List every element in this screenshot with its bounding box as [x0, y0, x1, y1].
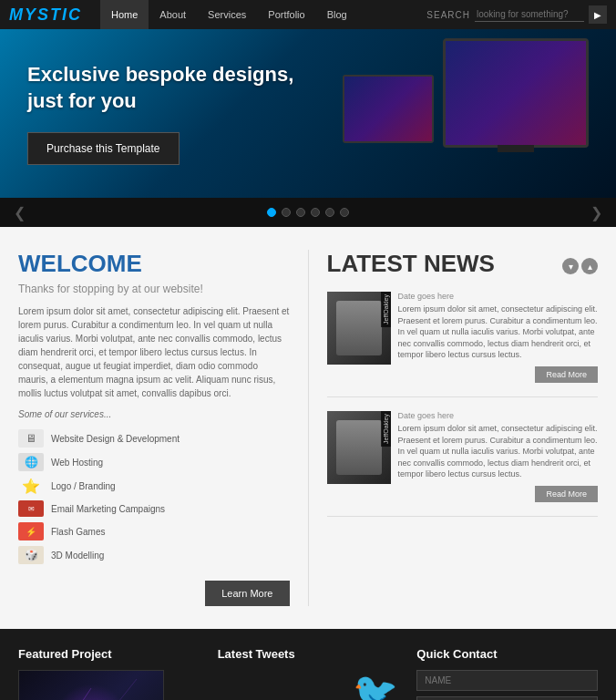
- hero-text: Exclusive bespoke designs,just for you P…: [27, 62, 293, 165]
- featured-project-section: Featured Project View Project www.herita…: [18, 647, 200, 700]
- search-label: SEARCH: [426, 10, 470, 20]
- slider-dots: [267, 208, 349, 217]
- main-nav: Home About Services Portfolio Blog: [100, 0, 358, 29]
- nav-item-home[interactable]: Home: [100, 0, 149, 29]
- list-item: 🎲 3D Modelling: [18, 543, 290, 567]
- svg-line-1: [64, 679, 137, 700]
- footer-section: Featured Project View Project www.herita…: [0, 629, 616, 700]
- news-nav-arrows: ▾ ▴: [562, 258, 598, 274]
- star-icon: ⭐: [18, 477, 44, 495]
- email-icon: ✉: [18, 500, 44, 517]
- header: MYSTIC Home About Services Portfolio Blo…: [0, 0, 616, 29]
- news-text: Lorem ipsum dolor sit amet, consectetur …: [398, 423, 599, 480]
- thumbnail-label: JeffOakley: [381, 411, 391, 447]
- contact-title: Quick Contact: [416, 647, 598, 661]
- list-item: 🖥 Website Design & Development: [18, 427, 290, 450]
- hosting-icon: 🌐: [18, 453, 44, 471]
- dot-3[interactable]: [296, 208, 305, 217]
- slider-prev[interactable]: ❮: [0, 204, 39, 221]
- news-item: JeffOakley Date goes here Lorem ipsum do…: [327, 411, 599, 517]
- dot-1[interactable]: [267, 208, 276, 217]
- news-prev-button[interactable]: ▾: [562, 258, 579, 274]
- news-content: Date goes here Lorem ipsum dolor sit ame…: [398, 292, 599, 383]
- contact-form: Reset Send: [416, 670, 598, 700]
- nav-item-about[interactable]: About: [149, 0, 197, 29]
- hero-section: Exclusive bespoke designs,just for you P…: [0, 29, 616, 198]
- list-item: 🌐 Web Hosting: [18, 450, 290, 474]
- person-image: [336, 420, 382, 475]
- latest-news-section: LATEST NEWS ▾ ▴ JeffOakley Date goes her…: [308, 250, 599, 606]
- nav-item-services[interactable]: Services: [197, 0, 257, 29]
- slider-controls: ❮ ❯: [0, 198, 616, 227]
- news-date: Date goes here: [398, 292, 599, 301]
- search-input[interactable]: [475, 7, 584, 22]
- featured-image: [18, 670, 164, 700]
- twitter-bird-icon: 🐦: [218, 670, 399, 700]
- hero-title: Exclusive bespoke designs,just for you: [27, 62, 293, 114]
- service-label: Email Marketing Campaigns: [51, 504, 165, 514]
- news-text: Lorem ipsum dolor sit amet, consectetur …: [398, 304, 599, 361]
- service-label: Logo / Branding: [51, 481, 116, 491]
- slider-next[interactable]: ❯: [577, 204, 616, 221]
- latest-news-header: LATEST NEWS ▾ ▴: [327, 250, 599, 283]
- main-content: WELCOME Thanks for stopping by at our we…: [0, 227, 616, 629]
- email-field[interactable]: [416, 696, 598, 700]
- featured-title: Featured Project: [18, 647, 200, 661]
- nav-item-blog[interactable]: Blog: [316, 0, 358, 29]
- dot-2[interactable]: [282, 208, 291, 217]
- nav-item-portfolio[interactable]: Portfolio: [257, 0, 315, 29]
- news-item: JeffOakley Date goes here Lorem ipsum do…: [327, 292, 599, 397]
- service-label: Website Design & Development: [51, 434, 180, 444]
- featured-lines-icon: [18, 670, 164, 700]
- monitor-small: [343, 75, 434, 143]
- logo-accent: STIC: [37, 5, 82, 24]
- service-list: 🖥 Website Design & Development 🌐 Web Hos…: [18, 427, 290, 567]
- search-button[interactable]: ▶: [589, 5, 607, 24]
- logo-text: MY: [9, 5, 37, 24]
- monitor-big: [443, 38, 589, 148]
- welcome-title: WELCOME: [18, 250, 290, 278]
- dot-4[interactable]: [311, 208, 320, 217]
- news-next-button[interactable]: ▴: [581, 258, 598, 274]
- logo: MYSTIC: [9, 5, 82, 25]
- thumbnail-label: JeffOakley: [381, 292, 391, 327]
- flash-icon: ⚡: [18, 522, 44, 540]
- welcome-section: WELCOME Thanks for stopping by at our we…: [18, 250, 308, 606]
- news-thumbnail: JeffOakley: [327, 292, 391, 365]
- welcome-subtitle: Thanks for stopping by at our website!: [18, 283, 290, 295]
- monitor-icon: 🖥: [18, 429, 44, 448]
- service-label: 3D Modelling: [51, 551, 104, 561]
- cube-icon: 🎲: [18, 546, 44, 564]
- dot-5[interactable]: [325, 208, 334, 217]
- svg-line-0: [36, 688, 91, 700]
- services-label: Some of our services...: [18, 409, 290, 419]
- latest-tweets-section: Latest Tweets 🐦 DateHere Jeff Oakley rel…: [218, 647, 399, 700]
- search-area: SEARCH ▶: [426, 5, 607, 24]
- list-item: ⭐ Logo / Branding: [18, 474, 290, 498]
- quick-contact-section: Quick Contact Reset Send: [416, 647, 598, 700]
- tweets-title: Latest Tweets: [218, 647, 399, 661]
- learn-more-button[interactable]: Learn More: [205, 581, 289, 606]
- news-content: Date goes here Lorem ipsum dolor sit ame…: [398, 411, 599, 502]
- person-image: [336, 301, 382, 355]
- latest-news-title: LATEST NEWS: [327, 250, 495, 278]
- welcome-body: Lorem ipsum dolor sit amet, consectetur …: [18, 304, 290, 400]
- dot-6[interactable]: [340, 208, 349, 217]
- service-label: Flash Games: [51, 527, 105, 537]
- news-date: Date goes here: [398, 411, 599, 420]
- read-more-button[interactable]: Read More: [535, 486, 598, 502]
- hero-monitors: [343, 38, 589, 148]
- list-item: ⚡ Flash Games: [18, 520, 290, 543]
- list-item: ✉ Email Marketing Campaigns: [18, 498, 290, 520]
- read-more-button[interactable]: Read More: [535, 366, 598, 383]
- name-field[interactable]: [416, 670, 598, 691]
- news-thumbnail: JeffOakley: [327, 411, 391, 484]
- service-label: Web Hosting: [51, 458, 103, 468]
- purchase-button[interactable]: Purchase this Template: [27, 132, 180, 165]
